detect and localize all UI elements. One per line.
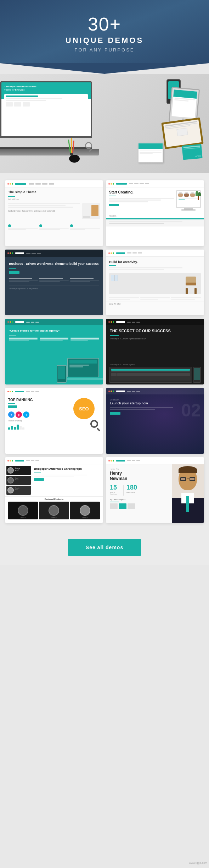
demo-7-logo: [15, 391, 24, 392]
dot-yellow: [10, 391, 11, 392]
watermark: www.tqge.com: [189, 861, 207, 864]
bar: [19, 426, 22, 430]
dot-yellow: [10, 252, 11, 254]
glasses-bridge: [187, 479, 189, 479]
demo-9-hero: Chronograph SportSeries ClassicSteel Bri…: [5, 464, 103, 496]
dot-red: [7, 183, 9, 185]
watch-1: Chronograph: [6, 466, 31, 475]
nav-link: [31, 391, 34, 392]
demo-8-btn[interactable]: [110, 412, 120, 415]
demo-1-title: The Simple Theme: [8, 190, 100, 195]
demo-1-image-section: We build themes that user loves and make…: [8, 203, 100, 219]
stat-2: 180 Happy Clients: [126, 484, 137, 493]
feature-item: [140, 297, 170, 300]
demo-1-image-col: [82, 203, 100, 219]
seo-circle: SEO: [73, 398, 95, 419]
feature-col: [40, 338, 68, 341]
demo-9-logo: [15, 460, 24, 462]
header-triangle: [0, 63, 209, 74]
demo-1-text-col: We build themes that user loves and make…: [8, 203, 80, 219]
seo-label: SEO: [79, 406, 89, 411]
demo-10-left: Hello, I'm HenryNewman 15 Years Of Exper…: [106, 464, 172, 523]
demo-10-links: [127, 460, 140, 461]
demo-8-nav: [106, 388, 204, 394]
demo-4-what: What We Offer: [106, 301, 204, 306]
header-subtitle: FOR ANY PURPOSE: [7, 47, 202, 63]
demo-7-nav: [5, 388, 103, 395]
feature-item: [70, 224, 100, 230]
demo-9-links: [26, 460, 39, 461]
demo-card-3[interactable]: Business - Driven WordPress Theme to bui…: [5, 250, 103, 315]
demo-1-content: The Simple Theme built with love We buil…: [5, 187, 103, 233]
demo-5-laptop-area: [62, 353, 103, 384]
pencil-holder: [69, 138, 80, 163]
demo-2-links: [129, 183, 149, 184]
demo-9-products: Watch 1 Watch 2 Watch 3: [8, 502, 100, 519]
demo-card-9[interactable]: Chronograph SportSeries ClassicSteel Bri…: [5, 457, 103, 523]
demo-6-divider: [110, 335, 119, 336]
demo-card-7[interactable]: TOP RANKING f g t Analyze anything: [5, 388, 103, 454]
demo-6-nav: [106, 319, 204, 325]
icon-f: f: [8, 411, 15, 418]
demo-card-5[interactable]: "Create stories for the digital agency": [5, 319, 103, 384]
demo-card-4[interactable]: Build for creativity.: [106, 250, 204, 315]
nav-link: [136, 322, 140, 323]
demo-card-8[interactable]: Don't wait. Launch your startup now 02: [106, 388, 204, 454]
cta-section: See all demos: [0, 530, 209, 565]
demo-card-1[interactable]: The Simple Theme built with love We buil…: [5, 180, 103, 246]
demo-5-laptop: [67, 358, 103, 383]
demo-9-btn[interactable]: [34, 478, 44, 481]
dot-red: [7, 460, 9, 462]
nav-link: [35, 322, 39, 323]
nav-link: [145, 183, 149, 184]
demo-6-links: [127, 322, 140, 323]
dot-yellow: [10, 183, 11, 185]
demo-2-logo: [116, 183, 127, 185]
dot-green: [113, 321, 114, 323]
nav-dots-1: [7, 183, 13, 185]
demo-9-featured-label: Featured Products: [8, 498, 100, 500]
nav-dots-5: [7, 321, 13, 323]
dot-green: [113, 391, 114, 392]
demo-2-title: Start Creating.: [109, 190, 174, 194]
laptop-base: [0, 149, 99, 155]
nav-link: [132, 322, 135, 323]
stat-2-label: Happy Clients: [126, 491, 137, 493]
see-all-demos-button[interactable]: See all demos: [68, 539, 141, 556]
phone-mini: [193, 367, 201, 383]
demo-2-image-area: [176, 190, 201, 211]
dot-red: [7, 321, 9, 323]
nav-link: [29, 183, 34, 185]
text-line: [110, 409, 155, 410]
demo-5-columns: [9, 338, 99, 341]
demos-grid: The Simple Theme built with love We buil…: [5, 180, 204, 523]
small-book: simple: [182, 144, 202, 160]
demo-7-content: TOP RANKING f g t Analyze anything: [5, 395, 103, 432]
nav-link: [35, 460, 39, 461]
demo-3-links: [26, 253, 41, 254]
dot-red: [108, 252, 110, 254]
nav-dots-8: [108, 391, 114, 392]
demo-card-6[interactable]: THE SECRET OF OUR SUCCESS The Simple - A…: [106, 319, 204, 384]
nav-link: [132, 460, 135, 461]
demo-2-btn[interactable]: [109, 204, 119, 206]
demo-7-title: TOP RANKING: [8, 398, 71, 402]
project-thumb: [128, 503, 135, 509]
demo-3-footer: Perfectly Responsive On Any Device: [9, 285, 99, 290]
product-3: Watch 3: [70, 502, 100, 519]
demo-5-nav: [5, 319, 103, 325]
product-2: Watch 2: [39, 502, 69, 519]
project-thumbnails: [110, 503, 168, 509]
dot-red: [108, 183, 110, 185]
demo-4-links: [127, 252, 142, 253]
demo-6-title: THE SECRET OF OUR SUCCESS: [110, 329, 200, 333]
demo-3-btn[interactable]: [9, 271, 19, 274]
demo-1-nav: [5, 180, 103, 187]
demo-card-10[interactable]: Hello, I'm HenryNewman 15 Years Of Exper…: [106, 457, 204, 523]
demo-6-devices: [106, 367, 204, 384]
feature-item: [70, 278, 99, 282]
demo-7-icons: f g t: [8, 411, 71, 418]
demo-7-seo-graphic: SEO: [73, 398, 100, 430]
demo-card-2[interactable]: Start Creating.: [106, 180, 204, 246]
demo-7-btn[interactable]: [8, 405, 17, 408]
